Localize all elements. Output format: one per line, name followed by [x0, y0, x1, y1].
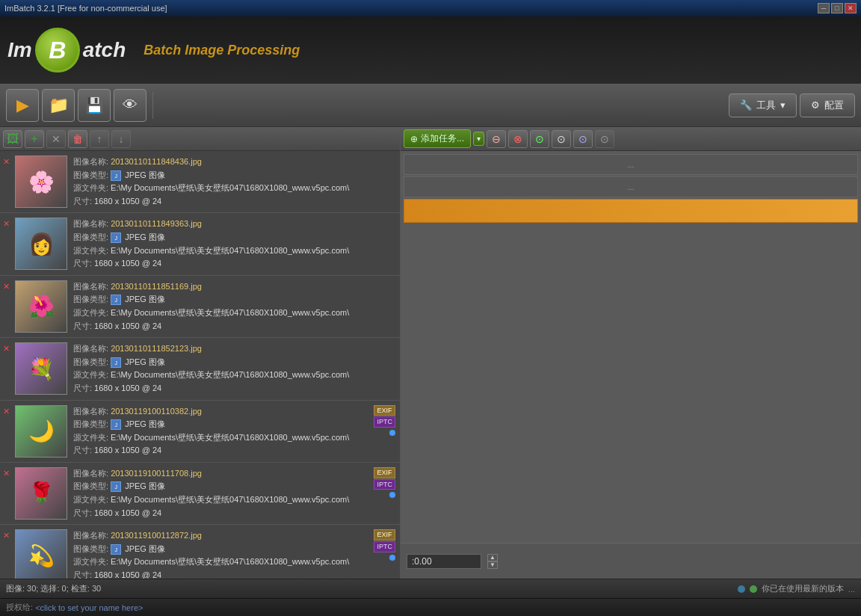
param-spinner[interactable]: ▲ ▼: [487, 554, 498, 569]
remove-task-button[interactable]: ⊗: [508, 130, 528, 148]
task-toolbar: ⊕ 添加任务... ▾ ⊖ ⊗ ⊙ ⊙ ⊙ ⊙: [401, 127, 861, 151]
iptc-badge: IPTC: [374, 479, 395, 490]
status-indicator-2: [750, 585, 757, 593]
move-down-button[interactable]: ↓: [111, 130, 131, 148]
config-label: 配置: [824, 99, 844, 112]
move-up-button[interactable]: ↑: [90, 130, 109, 148]
add-task-button[interactable]: ⊕ 添加任务...: [404, 129, 471, 148]
list-item[interactable]: ✕🌙 图像名称: 20130119100110382.jpg 图像类型: J J…: [0, 401, 400, 463]
gear-icon: ⚙: [811, 99, 820, 111]
save-button[interactable]: 💾: [78, 89, 111, 122]
item-close-button[interactable]: ✕: [3, 219, 12, 229]
image-list[interactable]: ✕🌸 图像名称: 20130110111848436.jpg 图像类型: J J…: [0, 151, 400, 579]
main-toolbar: ▶ 📁 💾 👁 🔧 工具 ▾ ⚙ 配置: [0, 84, 861, 127]
item-filename: 20130110111849363.jpg: [111, 219, 202, 228]
item-filename: 20130119100110382.jpg: [111, 407, 202, 416]
item-thumbnail: 🌹: [15, 467, 67, 520]
plus-circle-icon: ⊕: [410, 134, 418, 144]
image-list-panel: 🖼 + ✕ 🗑 ↑ ↓ ✕🌸 图像名称: 20130110111848436.j…: [0, 127, 401, 579]
item-info: 图像名称: 20130119100111708.jpg 图像类型: J JPEG…: [73, 467, 395, 520]
maximize-button[interactable]: □: [831, 3, 843, 13]
type-icon: J: [111, 357, 121, 368]
list-item[interactable]: ✕🌸 图像名称: 20130110111848436.jpg 图像类型: J J…: [0, 151, 400, 213]
list-item[interactable]: ✕💫 图像名称: 20130119100112872.jpg 图像类型: J J…: [0, 525, 400, 579]
param-value-input[interactable]: [407, 554, 481, 569]
close-button[interactable]: ✕: [845, 3, 857, 13]
task-panel: ⊕ 添加任务... ▾ ⊖ ⊗ ⊙ ⊙ ⊙ ⊙ ... ...: [401, 127, 861, 579]
type-icon: J: [111, 481, 121, 492]
type-icon: J: [111, 419, 121, 430]
config-button[interactable]: ⚙ 配置: [800, 93, 855, 117]
minus-task-button[interactable]: ⊖: [487, 130, 506, 148]
item-thumbnail: 🌺: [15, 280, 67, 333]
enable-task-button[interactable]: ⊙: [530, 130, 549, 148]
param-spin-up[interactable]: ▲: [487, 554, 498, 561]
task-ellipsis-1: ...: [627, 160, 634, 169]
item-info: 图像名称: 20130110111849363.jpg 图像类型: J JPEG…: [73, 218, 395, 270]
logo-atch-text: atch: [83, 38, 126, 62]
disable-task-button[interactable]: ⊙: [552, 130, 571, 148]
add-task-dropdown-button[interactable]: ▾: [473, 132, 484, 146]
dot-badge: [389, 430, 395, 436]
item-info: 图像名称: 20130119100112872.jpg 图像类型: J JPEG…: [73, 529, 395, 579]
list-item[interactable]: ✕🌺 图像名称: 20130110111851169.jpg 图像类型: J J…: [0, 276, 400, 338]
logo-area: Im B atch Batch Image Processing: [7, 28, 300, 73]
titlebar-controls[interactable]: ─ □ ✕: [818, 3, 857, 13]
folder-icon: 📁: [49, 96, 69, 115]
type-icon: J: [111, 295, 121, 305]
item-badges: EXIFIPTC: [374, 467, 395, 499]
remove-selected-button[interactable]: ✕: [46, 130, 66, 148]
item-close-button[interactable]: ✕: [3, 531, 12, 540]
item-filename: 20130119100111708.jpg: [111, 469, 202, 478]
titlebar: ImBatch 3.2.1 [Free for non-commercial u…: [0, 0, 861, 16]
exif-badge: EXIF: [374, 405, 395, 416]
item-close-button[interactable]: ✕: [3, 282, 12, 292]
view-button[interactable]: 👁: [114, 89, 146, 122]
active-task-row[interactable]: [404, 199, 858, 223]
move-task-up-button[interactable]: ⊙: [573, 130, 593, 148]
status-dots: ...: [848, 585, 855, 594]
image-count-status: 图像: 30; 选择: 0; 检查: 30: [6, 583, 738, 594]
item-thumbnail: 💫: [15, 529, 67, 579]
run-button[interactable]: ▶: [6, 89, 39, 122]
open-folder-button[interactable]: 📁: [42, 89, 75, 122]
item-close-button[interactable]: ✕: [3, 469, 12, 478]
item-close-button[interactable]: ✕: [3, 157, 12, 167]
add-folder-button[interactable]: +: [25, 130, 44, 148]
type-icon: J: [111, 170, 121, 181]
set-name-link[interactable]: <click to set your name here>: [35, 603, 143, 612]
tools-button[interactable]: 🔧 工具 ▾: [729, 93, 797, 117]
list-item[interactable]: ✕🌹 图像名称: 20130119100111708.jpg 图像类型: J J…: [0, 463, 400, 525]
item-close-button[interactable]: ✕: [3, 407, 12, 416]
item-filename: 20130110111848436.jpg: [111, 157, 202, 166]
item-thumbnail: 🌙: [15, 405, 67, 458]
version-status: 你已在使用最新的版本: [762, 583, 844, 594]
list-item[interactable]: ✕👩 图像名称: 20130110111849363.jpg 图像类型: J J…: [0, 213, 400, 275]
item-close-button[interactable]: ✕: [3, 344, 12, 354]
window-title: ImBatch 3.2.1 [Free for non-commercial u…: [4, 4, 167, 13]
item-thumbnail: 👩: [15, 218, 67, 270]
list-item[interactable]: ✕💐 图像名称: 20130110111852123.jpg 图像类型: J J…: [0, 338, 400, 400]
item-filename: 20130110111852123.jpg: [111, 344, 202, 353]
tools-label: 工具: [756, 99, 776, 112]
item-info: 图像名称: 20130110111848436.jpg 图像类型: J JPEG…: [73, 155, 395, 208]
minimize-button[interactable]: ─: [818, 3, 830, 13]
logo-b-icon: B: [35, 28, 80, 73]
item-info: 图像名称: 20130110111851169.jpg 图像类型: J JPEG…: [73, 280, 395, 333]
more-task-button[interactable]: ⊙: [595, 130, 614, 148]
item-thumbnail: 🌸: [15, 155, 67, 208]
clear-list-button[interactable]: 🗑: [68, 130, 87, 148]
play-icon: ▶: [16, 96, 29, 115]
item-filename: 20130119100112872.jpg: [111, 531, 202, 540]
add-image-button[interactable]: 🖼: [3, 130, 22, 148]
param-spin-down[interactable]: ▼: [487, 561, 498, 569]
item-badges: EXIFIPTC: [374, 405, 395, 437]
task-list[interactable]: ... ...: [401, 151, 861, 543]
dot-badge: [389, 555, 395, 561]
item-filename: 20130110111851169.jpg: [111, 282, 202, 291]
item-thumbnail: 💐: [15, 342, 67, 395]
dot-badge: [389, 492, 395, 498]
list-toolbar: 🖼 + ✕ 🗑 ↑ ↓: [0, 127, 400, 151]
iptc-badge: IPTC: [374, 541, 395, 552]
item-badges: EXIFIPTC: [374, 529, 395, 561]
